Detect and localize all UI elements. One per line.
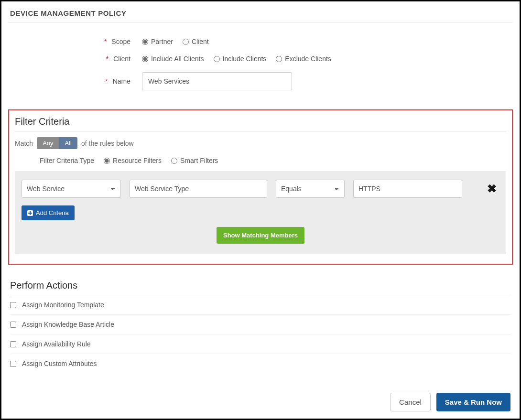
action-assign-kb-article[interactable]: Assign Knowledge Base Article xyxy=(10,315,511,334)
required-mark: * xyxy=(104,38,107,45)
radio-label: Partner xyxy=(151,38,173,45)
filter-type-row: Filter Criteria Type Resource Filters Sm… xyxy=(15,157,506,171)
filter-type-label: Filter Criteria Type xyxy=(40,157,94,164)
required-mark: * xyxy=(105,77,108,85)
radio-label: Include All Clients xyxy=(151,55,204,63)
radio-input[interactable] xyxy=(214,56,220,62)
action-label: Assign Knowledge Base Article xyxy=(22,321,114,328)
checkbox-input[interactable] xyxy=(10,322,16,328)
filter-heading: Filter Criteria xyxy=(15,114,506,131)
cancel-button[interactable]: Cancel xyxy=(390,393,431,411)
checkbox-input[interactable] xyxy=(10,361,16,367)
radio-client-include[interactable]: Include Clients xyxy=(214,55,267,63)
radio-smart-filters[interactable]: Smart Filters xyxy=(171,157,218,164)
label-name: * Name xyxy=(8,77,142,85)
criteria-row: Web Service Equals ✖ xyxy=(22,180,499,198)
checkbox-input[interactable] xyxy=(10,302,16,308)
radio-client-exclude[interactable]: Exclude Clients xyxy=(276,55,331,63)
radio-label: Client xyxy=(192,38,209,45)
criteria-box: Web Service Equals ✖ Add Criteria Show M… xyxy=(15,171,506,254)
perform-actions-block: Perform Actions Assign Monitoring Templa… xyxy=(8,278,513,373)
footer-buttons: Cancel Save & Run Now xyxy=(390,393,510,411)
radio-input[interactable] xyxy=(142,56,148,62)
criteria-field-select[interactable]: Web Service xyxy=(22,180,121,198)
match-any-button[interactable]: Any xyxy=(37,137,59,149)
label-text: Client xyxy=(113,55,130,63)
radio-label: Exclude Clients xyxy=(285,55,331,63)
page-title: DEVICE MANAGEMENT POLICY xyxy=(8,6,513,22)
action-label: Assign Availability Rule xyxy=(22,340,91,348)
label-client: * Client xyxy=(8,55,142,63)
filter-criteria-block: Filter Criteria Match Any All of the rul… xyxy=(8,109,513,265)
label-scope: * Scope xyxy=(8,38,142,45)
action-assign-monitoring-template[interactable]: Assign Monitoring Template xyxy=(10,295,511,315)
remove-criteria-icon[interactable]: ✖ xyxy=(487,182,499,195)
policy-form: * Scope Partner Client * Client Include … xyxy=(8,22,513,109)
show-matching-members-button[interactable]: Show Matching Members xyxy=(217,227,304,244)
match-all-button[interactable]: All xyxy=(59,137,77,149)
row-name: * Name xyxy=(8,67,513,95)
match-suffix: of the rules below xyxy=(81,140,134,147)
name-input[interactable] xyxy=(142,72,292,90)
btn-label: Add Criteria xyxy=(36,209,69,216)
add-criteria-button[interactable]: Add Criteria xyxy=(22,205,75,220)
label-text: Name xyxy=(113,77,130,85)
action-assign-availability-rule[interactable]: Assign Availability Rule xyxy=(10,334,511,354)
match-row: Match Any All of the rules below xyxy=(15,131,506,157)
label-text: Scope xyxy=(111,38,130,45)
plus-icon xyxy=(27,210,33,216)
required-mark: * xyxy=(106,55,109,63)
radio-label: Smart Filters xyxy=(180,157,218,164)
action-label: Assign Custom Attributes xyxy=(22,360,97,367)
match-prefix: Match xyxy=(15,140,33,147)
radio-input[interactable] xyxy=(171,158,177,164)
save-run-now-button[interactable]: Save & Run Now xyxy=(436,393,510,411)
action-assign-custom-attributes[interactable]: Assign Custom Attributes xyxy=(10,354,511,373)
radio-scope-client[interactable]: Client xyxy=(183,38,209,45)
radio-resource-filters[interactable]: Resource Filters xyxy=(104,157,162,164)
row-client: * Client Include All Clients Include Cli… xyxy=(8,50,513,67)
radio-label: Include Clients xyxy=(223,55,267,63)
radio-scope-partner[interactable]: Partner xyxy=(142,38,173,45)
criteria-value-input[interactable] xyxy=(353,180,462,198)
radio-input[interactable] xyxy=(104,158,110,164)
row-scope: * Scope Partner Client xyxy=(8,33,513,50)
radio-input[interactable] xyxy=(183,39,189,45)
checkbox-input[interactable] xyxy=(10,341,16,347)
criteria-attribute-input[interactable] xyxy=(130,180,267,198)
radio-input[interactable] xyxy=(142,39,148,45)
radio-client-include-all[interactable]: Include All Clients xyxy=(142,55,204,63)
actions-heading: Perform Actions xyxy=(10,278,511,295)
action-label: Assign Monitoring Template xyxy=(22,301,104,309)
criteria-operator-select[interactable]: Equals xyxy=(276,180,345,198)
match-toggle-group: Any All xyxy=(37,137,77,149)
radio-label: Resource Filters xyxy=(113,157,162,164)
radio-input[interactable] xyxy=(276,56,282,62)
